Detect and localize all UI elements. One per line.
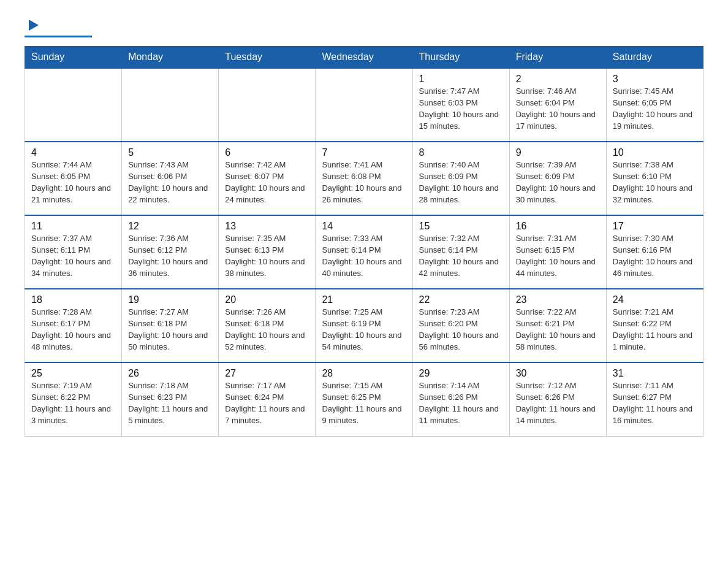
day-info: Sunrise: 7:36 AM Sunset: 6:12 PM Dayligh… (128, 233, 212, 279)
calendar-week-row: 25Sunrise: 7:19 AM Sunset: 6:22 PM Dayli… (25, 362, 703, 436)
calendar-cell: 22Sunrise: 7:23 AM Sunset: 6:20 PM Dayli… (412, 289, 509, 362)
day-number: 22 (419, 294, 503, 305)
day-info: Sunrise: 7:26 AM Sunset: 6:18 PM Dayligh… (225, 307, 309, 353)
day-number: 24 (613, 294, 697, 305)
day-number: 9 (516, 147, 600, 158)
day-number: 13 (225, 221, 309, 232)
calendar-cell: 31Sunrise: 7:11 AM Sunset: 6:27 PM Dayli… (606, 362, 703, 436)
logo-arrow-icon (26, 18, 40, 34)
calendar-week-row: 1Sunrise: 7:47 AM Sunset: 6:03 PM Daylig… (25, 68, 703, 142)
day-info: Sunrise: 7:30 AM Sunset: 6:16 PM Dayligh… (613, 233, 697, 279)
calendar-cell: 13Sunrise: 7:35 AM Sunset: 6:13 PM Dayli… (219, 215, 316, 289)
calendar-cell: 23Sunrise: 7:22 AM Sunset: 6:21 PM Dayli… (509, 289, 606, 362)
day-number: 14 (322, 221, 406, 232)
day-number: 2 (516, 74, 600, 85)
day-number: 20 (225, 294, 309, 305)
calendar-day-header-thursday: Thursday (412, 47, 509, 69)
day-number: 6 (225, 147, 309, 158)
calendar-cell: 20Sunrise: 7:26 AM Sunset: 6:18 PM Dayli… (219, 289, 316, 362)
calendar-day-header-friday: Friday (509, 47, 606, 69)
day-info: Sunrise: 7:15 AM Sunset: 6:25 PM Dayligh… (322, 380, 406, 426)
day-number: 15 (419, 221, 503, 232)
day-number: 26 (128, 368, 212, 379)
day-info: Sunrise: 7:44 AM Sunset: 6:05 PM Dayligh… (31, 159, 115, 205)
calendar-table: SundayMondayTuesdayWednesdayThursdayFrid… (25, 46, 703, 437)
calendar-day-header-saturday: Saturday (606, 47, 703, 69)
calendar-cell: 26Sunrise: 7:18 AM Sunset: 6:23 PM Dayli… (122, 362, 219, 436)
day-number: 19 (128, 294, 212, 305)
day-number: 4 (31, 147, 115, 158)
calendar-cell: 5Sunrise: 7:43 AM Sunset: 6:06 PM Daylig… (122, 142, 219, 215)
calendar-day-header-monday: Monday (122, 47, 219, 69)
day-info: Sunrise: 7:18 AM Sunset: 6:23 PM Dayligh… (128, 380, 212, 426)
calendar-cell (122, 68, 219, 142)
day-number: 23 (516, 294, 600, 305)
calendar-cell: 1Sunrise: 7:47 AM Sunset: 6:03 PM Daylig… (412, 68, 509, 142)
day-info: Sunrise: 7:17 AM Sunset: 6:24 PM Dayligh… (225, 380, 309, 426)
calendar-cell: 3Sunrise: 7:45 AM Sunset: 6:05 PM Daylig… (606, 68, 703, 142)
day-number: 25 (31, 368, 115, 379)
day-number: 29 (419, 368, 503, 379)
day-info: Sunrise: 7:38 AM Sunset: 6:10 PM Dayligh… (613, 159, 697, 205)
calendar-cell (25, 68, 122, 142)
day-number: 8 (419, 147, 503, 158)
day-info: Sunrise: 7:32 AM Sunset: 6:14 PM Dayligh… (419, 233, 503, 279)
page-header (25, 18, 703, 37)
day-info: Sunrise: 7:23 AM Sunset: 6:20 PM Dayligh… (419, 307, 503, 353)
calendar-cell: 11Sunrise: 7:37 AM Sunset: 6:11 PM Dayli… (25, 215, 122, 289)
day-info: Sunrise: 7:11 AM Sunset: 6:27 PM Dayligh… (613, 380, 697, 426)
calendar-cell: 10Sunrise: 7:38 AM Sunset: 6:10 PM Dayli… (606, 142, 703, 215)
day-info: Sunrise: 7:21 AM Sunset: 6:22 PM Dayligh… (613, 307, 697, 353)
day-number: 21 (322, 294, 406, 305)
calendar-cell: 15Sunrise: 7:32 AM Sunset: 6:14 PM Dayli… (412, 215, 509, 289)
calendar-cell: 30Sunrise: 7:12 AM Sunset: 6:26 PM Dayli… (509, 362, 606, 436)
logo-underline (25, 36, 92, 37)
day-number: 12 (128, 221, 212, 232)
day-info: Sunrise: 7:22 AM Sunset: 6:21 PM Dayligh… (516, 307, 600, 353)
calendar-cell: 27Sunrise: 7:17 AM Sunset: 6:24 PM Dayli… (219, 362, 316, 436)
day-info: Sunrise: 7:46 AM Sunset: 6:04 PM Dayligh… (516, 86, 600, 132)
calendar-cell: 14Sunrise: 7:33 AM Sunset: 6:14 PM Dayli… (316, 215, 412, 289)
day-info: Sunrise: 7:42 AM Sunset: 6:07 PM Dayligh… (225, 159, 309, 205)
day-number: 27 (225, 368, 309, 379)
calendar-cell: 16Sunrise: 7:31 AM Sunset: 6:15 PM Dayli… (509, 215, 606, 289)
calendar-header-row: SundayMondayTuesdayWednesdayThursdayFrid… (25, 47, 703, 69)
calendar-cell: 9Sunrise: 7:39 AM Sunset: 6:09 PM Daylig… (509, 142, 606, 215)
day-info: Sunrise: 7:12 AM Sunset: 6:26 PM Dayligh… (516, 380, 600, 426)
day-number: 17 (613, 221, 697, 232)
calendar-cell: 2Sunrise: 7:46 AM Sunset: 6:04 PM Daylig… (509, 68, 606, 142)
day-info: Sunrise: 7:19 AM Sunset: 6:22 PM Dayligh… (31, 380, 115, 426)
calendar-cell: 8Sunrise: 7:40 AM Sunset: 6:09 PM Daylig… (412, 142, 509, 215)
calendar-week-row: 4Sunrise: 7:44 AM Sunset: 6:05 PM Daylig… (25, 142, 703, 215)
day-number: 7 (322, 147, 406, 158)
day-info: Sunrise: 7:39 AM Sunset: 6:09 PM Dayligh… (516, 159, 600, 205)
day-info: Sunrise: 7:45 AM Sunset: 6:05 PM Dayligh… (613, 86, 697, 132)
day-number: 5 (128, 147, 212, 158)
calendar-day-header-tuesday: Tuesday (219, 47, 316, 69)
day-number: 30 (516, 368, 600, 379)
day-info: Sunrise: 7:28 AM Sunset: 6:17 PM Dayligh… (31, 307, 115, 353)
day-info: Sunrise: 7:37 AM Sunset: 6:11 PM Dayligh… (31, 233, 115, 279)
day-number: 28 (322, 368, 406, 379)
day-number: 31 (613, 368, 697, 379)
day-number: 3 (613, 74, 697, 85)
day-number: 16 (516, 221, 600, 232)
calendar-cell: 12Sunrise: 7:36 AM Sunset: 6:12 PM Dayli… (122, 215, 219, 289)
svg-marker-0 (29, 20, 39, 31)
day-number: 1 (419, 74, 503, 85)
logo (25, 18, 92, 37)
calendar-week-row: 18Sunrise: 7:28 AM Sunset: 6:17 PM Dayli… (25, 289, 703, 362)
day-info: Sunrise: 7:41 AM Sunset: 6:08 PM Dayligh… (322, 159, 406, 205)
day-info: Sunrise: 7:47 AM Sunset: 6:03 PM Dayligh… (419, 86, 503, 132)
calendar-cell: 17Sunrise: 7:30 AM Sunset: 6:16 PM Dayli… (606, 215, 703, 289)
day-info: Sunrise: 7:14 AM Sunset: 6:26 PM Dayligh… (419, 380, 503, 426)
calendar-day-header-sunday: Sunday (25, 47, 122, 69)
calendar-cell: 25Sunrise: 7:19 AM Sunset: 6:22 PM Dayli… (25, 362, 122, 436)
calendar-cell: 6Sunrise: 7:42 AM Sunset: 6:07 PM Daylig… (219, 142, 316, 215)
day-info: Sunrise: 7:43 AM Sunset: 6:06 PM Dayligh… (128, 159, 212, 205)
day-info: Sunrise: 7:33 AM Sunset: 6:14 PM Dayligh… (322, 233, 406, 279)
calendar-cell: 24Sunrise: 7:21 AM Sunset: 6:22 PM Dayli… (606, 289, 703, 362)
day-info: Sunrise: 7:25 AM Sunset: 6:19 PM Dayligh… (322, 307, 406, 353)
calendar-day-header-wednesday: Wednesday (316, 47, 412, 69)
day-number: 18 (31, 294, 115, 305)
